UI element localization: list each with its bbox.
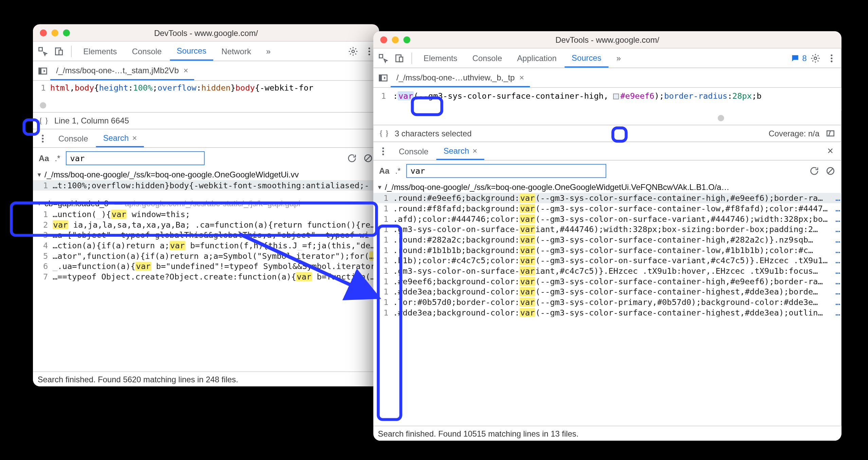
result-row[interactable]: 1.afd);color:#444746;color:var(--gm3-sys… (373, 214, 842, 224)
drawer-tab-search[interactable]: Search × (437, 142, 484, 160)
drawer-menu-icon[interactable] (35, 131, 50, 146)
search-input[interactable] (406, 164, 606, 178)
drawer-tab-search[interactable]: Search × (96, 129, 144, 147)
inspect-icon[interactable] (35, 44, 50, 59)
result-text: .#dde3ea;background-color:var(--gm3-sys-… (393, 287, 835, 296)
pretty-print-icon[interactable]: { } (39, 116, 49, 125)
clear-search-icon[interactable] (825, 166, 836, 176)
result-row[interactable]: 1.round:#e9eef6;background:var(--gm3-sys… (373, 193, 842, 204)
svg-rect-1 (59, 50, 62, 55)
result-group-header[interactable]: ▼ /_/mss/boq-one-google/_/ss/k=boq-one-g… (33, 169, 379, 180)
clear-search-icon[interactable] (363, 153, 373, 164)
svg-point-24 (382, 153, 384, 155)
pretty-print-icon[interactable]: { } (379, 129, 389, 138)
svg-point-17 (831, 57, 832, 59)
result-row[interactable]: 1.round:#282a2c;background:var(--gm3-sys… (373, 234, 842, 245)
match-case-toggle[interactable]: Aa (379, 166, 389, 175)
result-row[interactable]: 1.round:#f8fafd;background:var(--gm3-sys… (373, 203, 842, 214)
close-file-tab-icon[interactable]: × (183, 65, 188, 75)
result-group-path: /_/mss/boq-one-google/_/ss/k=boq-one-goo… (385, 183, 730, 192)
close-file-tab-icon[interactable]: × (519, 73, 524, 82)
code-line[interactable]: 1 html,body{height:100%;overflow:hidden}… (33, 81, 379, 98)
result-line-number: 1 (377, 204, 388, 213)
result-text: .#dde3ea;background-color:var(--gm3-sys-… (393, 308, 835, 317)
tab-application[interactable]: Application (510, 49, 564, 68)
tab-elements[interactable]: Elements (76, 42, 124, 61)
result-text: var ia,ja,la,sa,ta,xa,ya,Ba;_.ca=functio… (53, 220, 379, 229)
settings-icon[interactable] (346, 44, 361, 59)
result-text: .gm3-sys-color-on-surface-variant,#44474… (393, 225, 835, 234)
window-title: DevTools - www.google.com/ (33, 28, 379, 37)
search-results: ▼ /_/mss/boq-one-google/_/ss/k=boq-one-g… (373, 181, 842, 426)
result-line-number: 6 (36, 262, 48, 271)
drawer-tabs: Console Search × × (373, 142, 842, 160)
coverage-icon[interactable] (825, 128, 836, 139)
svg-point-2 (352, 50, 354, 53)
refresh-search-icon[interactable] (347, 153, 357, 164)
scrollbar-track[interactable] (373, 111, 842, 125)
result-text: .b1b);color:#c4c7c5;color:var(--gm3-sys-… (393, 256, 835, 265)
scroll-thumb[interactable] (40, 102, 46, 108)
result-line-number: 5 (36, 251, 48, 261)
device-toggle-icon[interactable] (392, 51, 407, 65)
regex-toggle[interactable]: .* (55, 154, 60, 163)
more-menu-icon[interactable] (824, 51, 839, 65)
devtools-window-left: DevTools - www.google.com/ Elements Cons… (33, 24, 379, 386)
result-row[interactable]: 1.#dde3ea;background-color:var(--gm3-sys… (373, 307, 842, 318)
scroll-thumb[interactable] (718, 115, 724, 121)
tab-network[interactable]: Network (215, 42, 258, 61)
result-row[interactable]: 1.round:#1b1b1b;background:var(--gm3-sys… (373, 245, 842, 255)
result-row[interactable]: 1.b1b);color:#c4c7c5;color:var(--gm3-sys… (373, 255, 842, 266)
svg-rect-20 (379, 75, 382, 81)
refresh-search-icon[interactable] (809, 166, 819, 176)
result-group-header[interactable]: ▼ /_/mss/boq-one-google/_/ss/k=boq-one-g… (373, 181, 842, 193)
close-drawer-tab-icon[interactable]: × (473, 146, 477, 155)
result-row[interactable]: 1.gm3-sys-color-on-surface-variant,#c4c7… (373, 266, 842, 276)
result-row[interactable]: 1 …t:100%;overflow:hidden}body{-webkit-f… (33, 180, 379, 191)
drawer-tab-console[interactable]: Console (52, 129, 95, 147)
file-tab[interactable]: /_/mss/boq-one-…t,_stam,jMb2Vb × (50, 61, 194, 80)
close-drawer-tab-icon[interactable]: × (132, 133, 137, 142)
code-line[interactable]: 1 :var(--gm3-sys-color-surface-container… (373, 88, 842, 111)
settings-icon[interactable] (808, 51, 823, 65)
drawer-close-icon[interactable]: × (821, 145, 839, 157)
navigator-toggle-icon[interactable] (376, 70, 391, 85)
svg-point-8 (42, 134, 43, 136)
regex-toggle[interactable]: .* (395, 166, 401, 175)
tab-sources[interactable]: Sources (170, 42, 213, 61)
drawer-tab-console[interactable]: Console (392, 142, 435, 160)
search-input[interactable] (66, 151, 204, 165)
code-text: :var(--gm3-sys-color-surface-container-h… (391, 91, 762, 100)
disclosure-triangle-icon[interactable]: ▼ (36, 200, 42, 207)
search-bar: Aa .* (33, 148, 379, 169)
file-tab-label: /_/mss/boq-one-…uthview,_b,_tp (396, 73, 515, 82)
tabs-overflow[interactable]: » (259, 42, 277, 61)
file-tab[interactable]: /_/mss/boq-one-…uthview,_b,_tp × (391, 68, 530, 87)
device-toggle-icon[interactable] (52, 44, 67, 59)
tabs-overflow[interactable]: » (609, 49, 628, 68)
inspect-icon[interactable] (376, 51, 391, 65)
navigator-toggle-icon[interactable] (35, 63, 50, 78)
disclosure-triangle-icon[interactable]: ▼ (36, 171, 42, 178)
svg-point-5 (368, 53, 370, 55)
tab-sources[interactable]: Sources (565, 49, 608, 68)
result-row[interactable]: 1.#e9eef6;background-color:var(--gm3-sys… (373, 276, 842, 287)
svg-point-16 (831, 54, 832, 56)
editor-status-bar: { } Line 1, Column 6645 (33, 112, 379, 129)
main-tabs: Elements Console Application Sources » 8 (373, 49, 842, 68)
search-status-footer: Search finished. Found 5620 matching lin… (33, 371, 379, 386)
result-row[interactable]: 1.#dde3ea;background-color:var(--gm3-sys… (373, 286, 842, 297)
drawer-menu-icon[interactable] (376, 143, 391, 158)
result-row[interactable]: 1…unction(_){var window=this; (33, 209, 379, 219)
result-row[interactable]: 1.gm3-sys-color-on-surface-variant,#4447… (373, 224, 842, 235)
issues-badge[interactable]: 8 (791, 53, 807, 62)
disclosure-triangle-icon[interactable]: ▼ (377, 184, 383, 190)
tab-console[interactable]: Console (125, 42, 168, 61)
tab-console[interactable]: Console (465, 49, 509, 68)
result-row[interactable]: 2var ia,ja,la,sa,ta,xa,ya,Ba;_.ca=functi… (33, 219, 379, 230)
result-group-header[interactable]: ▼ cb=gapi.loaded_0 — apis.google.com/_/s… (33, 197, 379, 209)
result-row[interactable]: 1.lor:#0b57d0;border-color:var(--gm3-sys… (373, 297, 842, 307)
match-case-toggle[interactable]: Aa (39, 154, 49, 163)
tab-elements[interactable]: Elements (417, 49, 464, 68)
scrollbar-track[interactable] (33, 98, 379, 112)
